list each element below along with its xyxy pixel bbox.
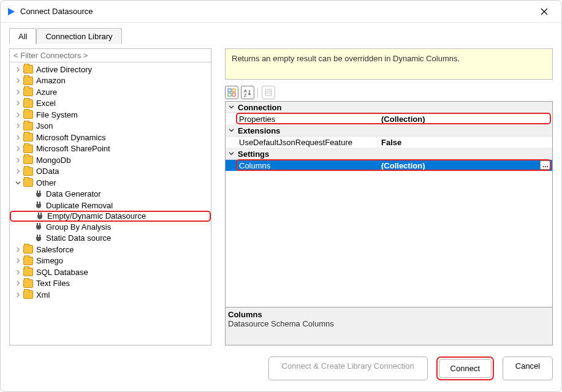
- tree-connector[interactable]: Duplicate Removal: [10, 200, 211, 211]
- tree-connector[interactable]: Empty/Dynamic Datasource: [10, 211, 211, 222]
- connector-icon: [34, 222, 43, 231]
- content-area: Active DirectoryAmazonAzureExcelFile Sys…: [9, 43, 553, 345]
- chevron-right-icon[interactable]: [13, 156, 22, 164]
- property-category[interactable]: Connection: [226, 102, 552, 113]
- chevron-right-icon[interactable]: [13, 77, 22, 85]
- chevron-right-icon[interactable]: [13, 279, 22, 288]
- tree-folder[interactable]: Json: [10, 121, 211, 132]
- tree-folder[interactable]: MongoDb: [10, 154, 211, 166]
- tree-item-label: Xml: [36, 290, 50, 300]
- chevron-right-icon[interactable]: [13, 257, 22, 265]
- chevron-right-icon[interactable]: [13, 245, 22, 254]
- tree-item-label: File System: [36, 110, 78, 119]
- svg-rect-2: [39, 190, 40, 193]
- filter-connectors-input[interactable]: [10, 49, 211, 62]
- connector-tree-pane: Active DirectoryAmazonAzureExcelFile Sys…: [9, 48, 211, 345]
- dialog-footer: Connect & Create Library Connection Conn…: [1, 345, 561, 391]
- svg-rect-8: [39, 223, 40, 225]
- cancel-button[interactable]: Cancel: [503, 356, 553, 380]
- tree-folder[interactable]: SQL Database: [10, 266, 211, 278]
- tree-item-label: Duplicate Removal: [45, 201, 113, 210]
- category-label: Connection: [237, 103, 282, 112]
- dialog-body: All Connection Library Active DirectoryA…: [1, 23, 561, 345]
- chevron-right-icon[interactable]: [13, 99, 22, 108]
- tree-connector[interactable]: Static Data source: [10, 233, 211, 244]
- chevron-down-icon[interactable]: [226, 127, 237, 134]
- chevron-right-icon[interactable]: [13, 167, 22, 176]
- tree-folder[interactable]: Excel: [10, 98, 211, 110]
- chevron-right-icon[interactable]: [13, 110, 22, 119]
- ellipsis-button[interactable]: …: [540, 160, 551, 170]
- close-button[interactable]: [532, 2, 556, 21]
- property-grid-rows: ConnectionProperties(Collection)Extensio…: [226, 102, 552, 307]
- tree-folder[interactable]: OData: [10, 166, 211, 178]
- chevron-down-icon[interactable]: [226, 150, 237, 157]
- chevron-right-icon[interactable]: [13, 88, 22, 96]
- tree-folder[interactable]: Microsoft SharePoint: [10, 143, 211, 155]
- tree-item-label: Json: [36, 121, 53, 130]
- tree-folder[interactable]: Active Directory: [10, 64, 211, 75]
- chevron-right-icon[interactable]: [13, 290, 22, 299]
- folder-icon: [23, 122, 33, 130]
- connector-tree[interactable]: Active DirectoryAmazonAzureExcelFile Sys…: [10, 62, 211, 345]
- tree-connector[interactable]: Data Generator: [10, 189, 211, 200]
- tree-folder[interactable]: Other: [10, 177, 211, 189]
- property-row[interactable]: Columns(Collection)…: [226, 160, 552, 172]
- chevron-right-icon[interactable]: [13, 122, 22, 130]
- tree-folder[interactable]: Salesforce: [10, 244, 211, 255]
- tree-item-label: Static Data source: [45, 233, 112, 243]
- property-pages-button[interactable]: [262, 86, 275, 99]
- tree-connector[interactable]: Group By Analysis: [10, 221, 211, 233]
- tree-folder[interactable]: Text Files: [10, 278, 211, 290]
- titlebar: Connect Datasource: [1, 1, 561, 23]
- connector-icon: [34, 201, 43, 209]
- chevron-right-icon[interactable]: [13, 65, 22, 74]
- tab-connection-library[interactable]: Connection Library: [36, 28, 121, 44]
- chevron-down-icon[interactable]: [13, 178, 22, 187]
- property-row[interactable]: Properties(Collection): [226, 113, 552, 125]
- chevron-right-icon[interactable]: [13, 133, 22, 141]
- folder-icon: [23, 279, 33, 288]
- propgrid-toolbar: A Z │: [225, 80, 553, 101]
- property-category[interactable]: Settings: [226, 148, 552, 160]
- connect-create-library-button[interactable]: Connect & Create Library Connection: [268, 356, 428, 380]
- folder-icon: [23, 133, 33, 141]
- tree-item-label: Microsoft Dynamics: [36, 133, 106, 142]
- property-grid[interactable]: ConnectionProperties(Collection)Extensio…: [225, 101, 553, 345]
- property-category[interactable]: Extensions: [226, 125, 552, 137]
- tree-folder[interactable]: File System: [10, 109, 211, 121]
- connector-icon: [34, 190, 43, 198]
- folder-icon: [23, 110, 33, 119]
- tree-folder[interactable]: Simego: [10, 255, 211, 267]
- svg-rect-9: [37, 235, 38, 237]
- chevron-right-icon[interactable]: [13, 268, 22, 276]
- svg-rect-17: [265, 89, 272, 96]
- tree-folder[interactable]: Xml: [10, 289, 211, 301]
- property-value[interactable]: (Collection)…: [378, 160, 552, 171]
- svg-rect-11: [228, 89, 231, 92]
- tree-folder[interactable]: Microsoft Dynamics: [10, 132, 211, 143]
- chevron-right-icon[interactable]: [13, 145, 22, 153]
- tree-folder[interactable]: Amazon: [10, 75, 211, 87]
- chevron-down-icon[interactable]: [226, 104, 237, 111]
- folder-icon: [23, 88, 33, 96]
- tree-item-label: Microsoft SharePoint: [36, 144, 111, 153]
- folder-icon: [23, 178, 33, 187]
- tree-item-label: Azure: [36, 88, 58, 97]
- tree-item-label: SQL Database: [36, 268, 89, 277]
- connect-button[interactable]: Connect: [439, 359, 492, 378]
- property-row[interactable]: UseDefaultJsonRequestFeatureFalse: [226, 137, 552, 148]
- categorized-view-button[interactable]: [225, 86, 238, 99]
- tree-folder[interactable]: Azure: [10, 86, 211, 98]
- property-name: UseDefaultJsonRequestFeature: [226, 137, 378, 148]
- svg-rect-7: [37, 223, 38, 225]
- connector-icon: [36, 212, 44, 221]
- property-value[interactable]: (Collection): [378, 113, 552, 124]
- svg-rect-13: [228, 93, 231, 96]
- tab-all[interactable]: All: [9, 28, 36, 44]
- alphabetical-view-button[interactable]: A Z: [241, 86, 254, 99]
- app-icon: [6, 6, 17, 17]
- properties-pane: Returns an empty result can be overridde…: [225, 48, 553, 345]
- tree-item-label: Amazon: [36, 76, 66, 85]
- property-value[interactable]: False: [378, 137, 552, 148]
